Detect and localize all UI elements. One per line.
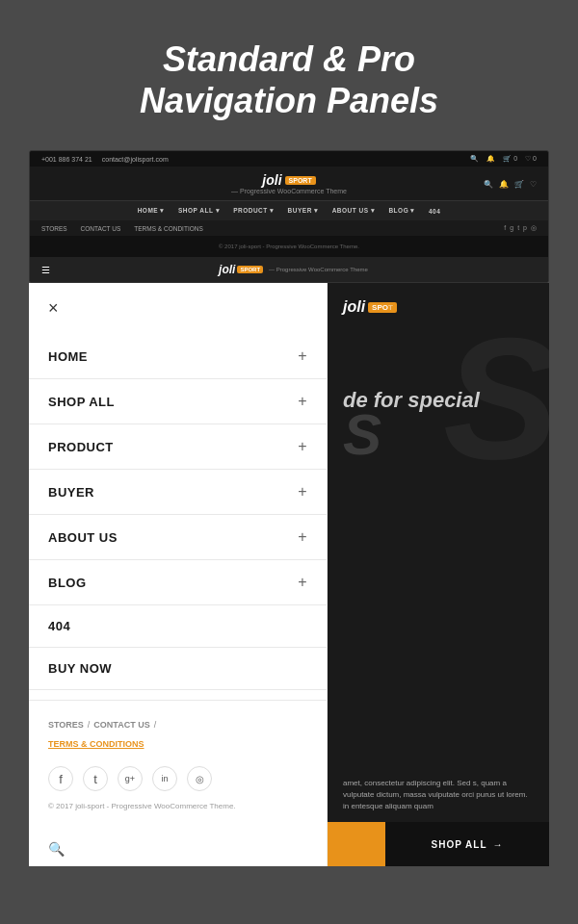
mobile-bar-tagline: — Progressive WooCommerce Theme <box>269 267 368 272</box>
panel-footer-social: f t g+ in ◎ <box>48 766 307 791</box>
nav-panel-product[interactable]: PRODUCT + <box>29 424 327 469</box>
nav-panel-404[interactable]: 404 <box>29 605 327 647</box>
page-header: Standard & Pro Navigation Panels <box>0 0 578 150</box>
sub-nav-stores[interactable]: STORES <box>41 225 67 232</box>
mobile-right-section: joli SPOT S de for special S amet, conse… <box>328 283 549 866</box>
cart-icon[interactable]: 🛒 0 <box>503 155 517 163</box>
right-brand-sport: SPOT <box>368 302 397 313</box>
bell-icon-top[interactable]: 🔔 <box>499 179 509 188</box>
expand-icon: + <box>298 574 307 591</box>
right-description: amet, consectetur adipiscing elit. Sed s… <box>328 768 549 822</box>
panel-search-icon-container: 🔍 <box>29 832 327 866</box>
brand-name-sport: SPORT <box>285 176 316 185</box>
desktop-brand-icons: 🔍 🔔 🛒 ♡ <box>484 179 537 188</box>
right-hero-text: de for special S <box>328 331 549 475</box>
page-title: Standard & Pro Navigation Panels <box>19 38 559 121</box>
close-button[interactable]: × <box>29 283 327 334</box>
shop-all-label: SHOP ALL <box>431 839 486 850</box>
list-item: BUY NOW <box>29 648 327 690</box>
nav-panel-blog[interactable]: BLOG + <box>29 560 327 604</box>
desktop-mobile-bar: ☰ joli SPORT — Progressive WooCommerce T… <box>30 257 548 282</box>
bell-icon[interactable]: 🔔 <box>486 155 495 163</box>
brand-logo: joli SPORT <box>41 172 537 188</box>
topbar-right: 🔍 🔔 🛒 0 ♡ 0 <box>470 155 537 163</box>
brand-tagline: — Progressive WooCommerce Theme <box>41 188 537 198</box>
desktop-sub-nav: STORES CONTACT US TERMS & CONDITIONS f g… <box>30 220 548 236</box>
pinterest-icon[interactable]: p <box>523 224 527 232</box>
panel-copyright: © 2017 joli-sport - Progressive WooComme… <box>48 801 307 812</box>
cta-orange-block <box>328 822 385 866</box>
facebook-social-icon[interactable]: f <box>48 766 73 791</box>
desktop-footer: © 2017 joli-sport - Progressive WooComme… <box>30 236 548 257</box>
mobile-panel-container: × HOME + SHOP ALL + PRODUCT + <box>29 283 549 866</box>
list-item: BLOG + <box>29 560 327 605</box>
email-address: contact@jolisport.com <box>102 156 169 163</box>
right-cta-bar: SHOP ALL → <box>328 822 549 866</box>
hamburger-icon[interactable]: ☰ <box>41 265 50 275</box>
twitter-icon[interactable]: t <box>517 224 519 232</box>
right-brand-joli: joli <box>343 298 365 316</box>
panel-footer-links: STORES / CONTACT US / <box>48 720 307 730</box>
sub-nav-contact[interactable]: CONTACT US <box>81 225 121 232</box>
right-bottom: amet, consectetur adipiscing elit. Sed s… <box>328 768 549 866</box>
expand-icon: + <box>298 347 307 365</box>
desktop-main-nav: HOME ▾ SHOP ALL ▾ PRODUCT ▾ BUYER ▾ ABOU… <box>30 200 548 220</box>
google-icon[interactable]: g <box>510 224 513 232</box>
heart-icon-top[interactable]: ♡ <box>530 179 537 188</box>
expand-icon: + <box>298 528 307 546</box>
brand-name-joli: joli <box>262 172 281 188</box>
nav-shopall[interactable]: SHOP ALL ▾ <box>178 207 220 215</box>
nav-panel-shopall[interactable]: SHOP ALL + <box>29 379 327 424</box>
nav-panel-aboutus[interactable]: ABOUT US + <box>29 515 327 559</box>
nav-product[interactable]: PRODUCT ▾ <box>233 207 274 215</box>
search-icon-top[interactable]: 🔍 <box>484 179 493 188</box>
mobile-brand-sport: SPORT <box>237 266 263 273</box>
panel-nav-list: HOME + SHOP ALL + PRODUCT + BUYER <box>29 334 327 690</box>
sub-nav-terms[interactable]: TERMS & CONDITIONS <box>134 225 203 232</box>
nav-aboutus[interactable]: ABOUT US ▾ <box>332 207 376 215</box>
expand-icon: + <box>298 438 307 455</box>
mobile-bar-logo: joli SPORT — Progressive WooCommerce The… <box>219 263 368 276</box>
mobile-brand-joli: joli <box>219 263 235 276</box>
googleplus-social-icon[interactable]: g+ <box>118 766 143 791</box>
cart-icon-top[interactable]: 🛒 <box>514 179 524 188</box>
cta-arrow-icon: → <box>493 839 504 850</box>
footer-terms-link[interactable]: TERMS & CONDITIONS <box>48 739 144 749</box>
linkedin-social-icon[interactable]: in <box>152 766 177 791</box>
nav-panel-buynow[interactable]: BUY NOW <box>29 648 327 689</box>
mobile-nav-panel: × HOME + SHOP ALL + PRODUCT + <box>29 283 328 866</box>
desktop-footer-text: © 2017 joli-sport - Progressive WooComme… <box>219 244 359 249</box>
list-item: SHOP ALL + <box>29 379 327 424</box>
desktop-social-icons: f g t p ◎ <box>504 224 537 232</box>
right-brand-logo: joli SPOT <box>328 283 549 331</box>
list-item: BUYER + <box>29 470 327 515</box>
expand-icon: + <box>298 483 307 500</box>
phone-number: +001 886 374 21 <box>41 156 92 163</box>
twitter-social-icon[interactable]: t <box>83 766 108 791</box>
wishlist-icon[interactable]: ♡ 0 <box>525 155 537 163</box>
list-item: ABOUT US + <box>29 515 327 560</box>
nav-home[interactable]: HOME ▾ <box>138 207 165 215</box>
list-item: 404 <box>29 605 327 648</box>
footer-stores-link[interactable]: STORES <box>48 720 84 730</box>
nav-panel-buyer[interactable]: BUYER + <box>29 470 327 514</box>
list-item: HOME + <box>29 334 327 379</box>
footer-terms-container: TERMS & CONDITIONS <box>48 733 307 751</box>
shop-all-button[interactable]: SHOP ALL → <box>385 822 549 866</box>
nav-blog[interactable]: BLOG ▾ <box>388 207 415 215</box>
desktop-topbar: +001 886 374 21 contact@jolisport.com 🔍 … <box>30 151 548 167</box>
nav-buyer[interactable]: BUYER ▾ <box>288 207 319 215</box>
search-icon-panel[interactable]: 🔍 <box>48 841 65 857</box>
facebook-icon[interactable]: f <box>504 224 506 232</box>
expand-icon: + <box>298 393 307 410</box>
list-item: PRODUCT + <box>29 424 327 470</box>
nav-panel-home[interactable]: HOME + <box>29 334 327 378</box>
sub-nav-links: STORES CONTACT US TERMS & CONDITIONS <box>41 225 203 232</box>
instagram-social-icon[interactable]: ◎ <box>187 766 212 791</box>
footer-contact-link[interactable]: CONTACT US <box>93 720 149 730</box>
topbar-left: +001 886 374 21 contact@jolisport.com <box>41 156 169 163</box>
nav-404[interactable]: 404 <box>429 208 440 215</box>
instagram-icon[interactable]: ◎ <box>531 224 537 232</box>
desktop-screenshot: +001 886 374 21 contact@jolisport.com 🔍 … <box>29 150 549 283</box>
search-icon[interactable]: 🔍 <box>470 155 479 163</box>
